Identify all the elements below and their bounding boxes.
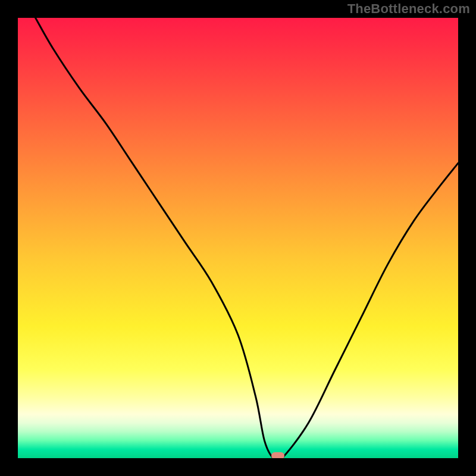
watermark-text: TheBottleneck.com [347,1,470,17]
optimal-marker [271,452,284,458]
curve-svg [18,18,458,458]
bottleneck-curve [36,18,458,458]
plot-area [18,18,458,458]
chart-frame: TheBottleneck.com [0,0,476,476]
